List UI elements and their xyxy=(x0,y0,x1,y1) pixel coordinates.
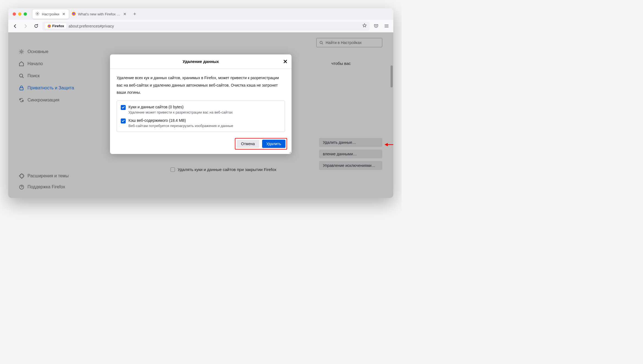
gear-icon xyxy=(35,12,40,17)
content-area: Основные Начало Поиск Приватность и Защи… xyxy=(8,32,393,198)
reload-button[interactable] xyxy=(32,22,40,30)
option-cookies[interactable]: Куки и данные сайтов (0 bytes) Удаление … xyxy=(121,105,281,114)
option-subtitle: Веб-сайтам потребуется перезагрузить изо… xyxy=(128,124,233,128)
browser-window: Настройки ✕ What's new with Firefox - Mo… xyxy=(8,8,393,198)
clear-data-dialog: Удаление данных ✕ Удаление всех кук и да… xyxy=(110,54,292,154)
save-pocket-button[interactable] xyxy=(372,22,380,30)
confirm-delete-button[interactable]: Удалить xyxy=(262,140,285,148)
checkbox-checked-icon[interactable] xyxy=(121,118,126,123)
identity-label: Firefox xyxy=(52,24,64,28)
new-tab-button[interactable]: + xyxy=(131,10,139,18)
annotation-highlight: Отмена Удалить xyxy=(235,138,287,150)
tab-close-icon[interactable]: ✕ xyxy=(62,12,66,16)
app-menu-button[interactable] xyxy=(382,22,391,30)
cancel-button[interactable]: Отмена xyxy=(237,140,259,148)
option-title: Кэш веб-содержимого (18.4 MB) xyxy=(128,118,233,123)
svg-point-4 xyxy=(48,25,50,27)
maximize-window-button[interactable] xyxy=(24,12,27,16)
dialog-options: Куки и данные сайтов (0 bytes) Удаление … xyxy=(117,101,285,132)
dialog-description: Удаление всех кук и данных сайтов, храни… xyxy=(117,74,285,96)
dialog-title: Удаление данных xyxy=(183,59,219,64)
tab-close-icon[interactable]: ✕ xyxy=(123,12,127,16)
checkbox-checked-icon[interactable] xyxy=(121,105,126,110)
option-title: Куки и данные сайтов (0 bytes) xyxy=(128,105,233,109)
close-window-button[interactable] xyxy=(13,12,16,16)
dialog-close-button[interactable]: ✕ xyxy=(283,58,288,65)
dialog-footer: Отмена Удалить xyxy=(110,135,292,154)
forward-button[interactable] xyxy=(21,22,30,30)
tab-strip: Настройки ✕ What's new with Firefox - Mo… xyxy=(32,9,139,19)
svg-marker-11 xyxy=(384,143,388,146)
firefox-icon xyxy=(72,12,76,17)
dialog-body: Удаление всех кук и данных сайтов, храни… xyxy=(110,69,292,135)
back-button[interactable] xyxy=(11,22,19,30)
option-subtitle: Удаление может привести к разрегистрации… xyxy=(128,110,233,114)
tab-whatsnew[interactable]: What's new with Firefox - More priva ✕ xyxy=(69,9,129,19)
nav-toolbar: Firefox about:preferences#privacy xyxy=(8,20,393,32)
tab-label: Настройки xyxy=(42,12,59,16)
resize-grip-icon[interactable] xyxy=(288,150,291,153)
url-text: about:preferences#privacy xyxy=(68,24,114,28)
titlebar: Настройки ✕ What's new with Firefox - Mo… xyxy=(8,8,393,20)
tab-settings[interactable]: Настройки ✕ xyxy=(32,9,69,19)
url-bar[interactable]: Firefox about:preferences#privacy xyxy=(42,22,370,31)
window-controls xyxy=(13,12,27,16)
svg-point-0 xyxy=(37,13,38,14)
annotation-arrow-icon xyxy=(384,142,393,147)
identity-box[interactable]: Firefox xyxy=(45,23,66,29)
dialog-header: Удаление данных ✕ xyxy=(110,54,292,69)
tab-label: What's new with Firefox - More priva xyxy=(78,12,121,16)
bookmark-star-icon[interactable] xyxy=(362,23,367,29)
option-cache[interactable]: Кэш веб-содержимого (18.4 MB) Веб-сайтам… xyxy=(121,118,281,128)
svg-point-2 xyxy=(73,13,75,15)
minimize-window-button[interactable] xyxy=(18,12,21,16)
